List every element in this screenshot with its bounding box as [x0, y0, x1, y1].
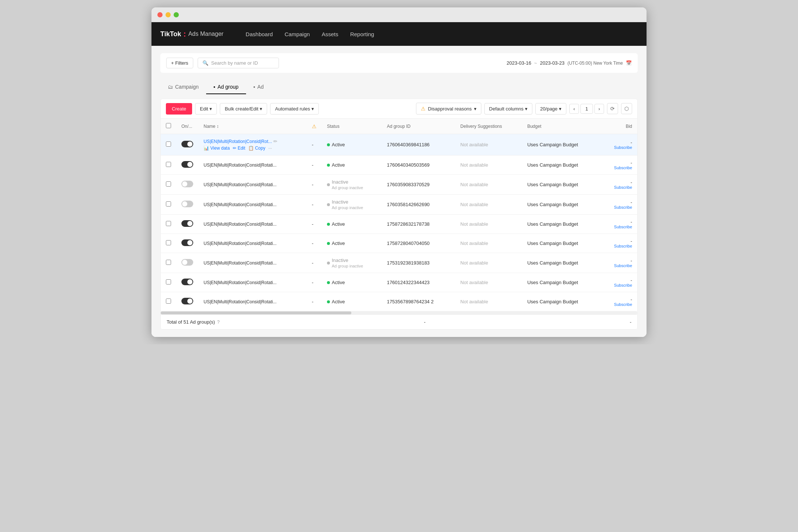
delivery-suggestions: Not available [455, 134, 522, 156]
status-dot [327, 281, 330, 284]
more-options-icon[interactable]: ··· [268, 146, 272, 151]
subscribe-link[interactable]: Subscribe [606, 185, 632, 190]
nav-reporting[interactable]: Reporting [350, 31, 374, 37]
ad-name-link[interactable]: US|EN|Multi|Rotation|Consid|Rot... [204, 139, 272, 144]
copy-link[interactable]: 📋 Copy [248, 146, 265, 151]
status-inactive: InactiveAd group inactive [327, 179, 376, 190]
tab-campaign[interactable]: 🗂 Campaign [160, 80, 206, 94]
status-text: Active [332, 221, 345, 227]
tab-campaign-label: Campaign [175, 84, 199, 90]
row-checkbox[interactable] [166, 279, 171, 284]
next-page-button[interactable]: › [594, 104, 604, 114]
status-dot [327, 223, 330, 226]
logo-tiktok-text: TikTok [160, 30, 181, 38]
edit-button[interactable]: Edit ▾ [195, 103, 217, 115]
date-end: 2023-03-23 [540, 60, 565, 66]
status-text: Active [332, 241, 345, 246]
scrollbar-thumb[interactable] [161, 311, 351, 314]
bid: -Subscribe [601, 215, 637, 234]
ad-group-id: 1758728632178738 [382, 215, 455, 234]
filters-button[interactable]: + Filters [166, 58, 193, 68]
row-checkbox[interactable] [166, 299, 171, 304]
close-button[interactable] [157, 12, 163, 17]
sort-icon[interactable]: ↕ [216, 124, 219, 129]
maximize-button[interactable] [174, 12, 179, 17]
row-toggle[interactable] [181, 220, 193, 227]
col-warn: ⚠ [307, 119, 322, 134]
subscribe-link[interactable]: Subscribe [606, 263, 632, 268]
ad-group-id: 1758728040704050 [382, 234, 455, 253]
calendar-icon[interactable]: 📅 [626, 60, 632, 66]
table-row: US|EN|Multi|Rotation|Consid|Rotati...-Ac… [161, 292, 637, 311]
status-dot [327, 262, 330, 265]
per-page-button[interactable]: 20/page ▾ [535, 103, 566, 115]
export-button[interactable]: ⬡ [621, 103, 632, 114]
status-active: Active [327, 162, 376, 168]
status-dot [327, 242, 330, 245]
nav-campaign[interactable]: Campaign [284, 31, 310, 37]
subscribe-link[interactable]: Subscribe [606, 283, 632, 287]
horizontal-scrollbar[interactable] [161, 311, 637, 314]
search-box[interactable]: 🔍 Search by name or ID [198, 58, 279, 68]
row-checkbox[interactable] [166, 260, 171, 265]
row-checkbox[interactable] [166, 221, 171, 226]
nav-assets[interactable]: Assets [322, 31, 338, 37]
prev-page-button[interactable]: ‹ [569, 104, 579, 114]
edit-link[interactable]: ✏ Edit [233, 146, 245, 151]
refresh-button[interactable]: ⟳ [607, 103, 618, 114]
subscribe-link[interactable]: Subscribe [606, 205, 632, 209]
row-toggle[interactable] [181, 259, 193, 266]
bid: -Subscribe [601, 234, 637, 253]
default-columns-button[interactable]: Default columns ▾ [484, 103, 532, 115]
subscribe-link[interactable]: Subscribe [606, 302, 632, 307]
row-checkbox[interactable] [166, 141, 171, 147]
subscribe-link[interactable]: Subscribe [606, 225, 632, 229]
bid: -Subscribe [601, 175, 637, 195]
help-icon[interactable]: ? [217, 320, 220, 325]
tab-adgroup[interactable]: ▪ Ad group [206, 80, 246, 94]
disapproval-button[interactable]: ⚠ Disapproval reasons ▾ [416, 103, 481, 115]
logo-dot: : [183, 29, 186, 39]
row-checkbox[interactable] [166, 201, 171, 207]
footer-bid-dash: - [630, 319, 631, 325]
status-active: Active [327, 280, 376, 285]
subscribe-link[interactable]: Subscribe [606, 244, 632, 248]
status-text: InactiveAd group inactive [332, 258, 363, 268]
row-toggle[interactable] [181, 239, 193, 246]
row-checkbox[interactable] [166, 162, 171, 167]
select-all-checkbox[interactable] [166, 123, 171, 128]
row-toggle[interactable] [181, 279, 193, 285]
minimize-button[interactable] [166, 12, 171, 17]
bid: -Subscribe [601, 134, 637, 156]
table-footer: Total of 51 Ad group(s) ? - - [161, 314, 637, 329]
bulk-create-button[interactable]: Bulk create/Edit ▾ [220, 103, 267, 115]
status-dot [327, 164, 330, 167]
row-toggle[interactable] [181, 141, 193, 147]
bid: -Subscribe [601, 156, 637, 175]
subscribe-link[interactable]: Subscribe [606, 145, 632, 150]
row-warn: - [312, 182, 313, 187]
row-toggle[interactable] [181, 298, 193, 304]
view-data-link[interactable]: 📊 View data [204, 146, 230, 151]
ad-name-text: US|EN|Multi|Rotation|Consid|Rotati... [204, 241, 277, 246]
row-warn: - [312, 202, 313, 207]
subscribe-link[interactable]: Subscribe [606, 166, 632, 170]
row-toggle[interactable] [181, 201, 193, 207]
tab-ad[interactable]: ▪ Ad [246, 80, 271, 94]
row-checkbox[interactable] [166, 240, 171, 245]
nav-dashboard[interactable]: Dashboard [246, 31, 273, 37]
table-row: US|EN|Multi|Rotation|Consid|Rotati...-Ac… [161, 273, 637, 292]
create-button[interactable]: Create [166, 103, 192, 115]
logo-ads-text: Ads Manager [188, 31, 224, 37]
row-toggle[interactable] [181, 161, 193, 168]
row-warn: - [312, 280, 313, 285]
date-start: 2023-03-16 [507, 60, 531, 66]
automated-rules-button[interactable]: Automated rules ▾ [270, 103, 319, 115]
ad-group-id: 1760358142662690 [382, 195, 455, 215]
edit-inline-icon[interactable]: ✏ [273, 139, 277, 144]
row-toggle[interactable] [181, 181, 193, 187]
row-checkbox[interactable] [166, 181, 171, 187]
table-row: US|EN|Multi|Rotation|Consid|Rotati...-In… [161, 253, 637, 273]
edit-label: Edit [200, 106, 208, 112]
delivery-suggestions: Not available [455, 273, 522, 292]
